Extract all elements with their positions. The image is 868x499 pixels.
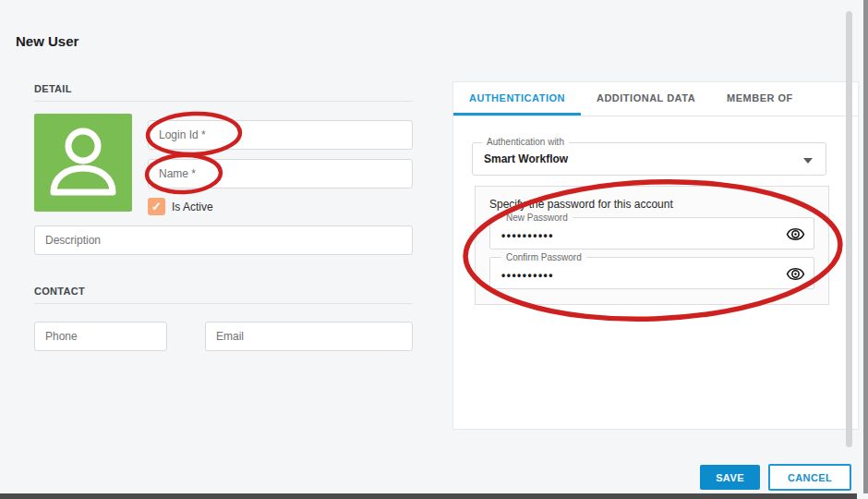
authentication-panel: AUTHENTICATION ADDITIONAL DATA MEMBER OF… [452, 81, 859, 430]
show-password-icon[interactable] [786, 264, 805, 284]
person-icon [34, 112, 132, 213]
contact-section-label: CONTACT [34, 286, 85, 297]
show-password-icon[interactable] [786, 225, 805, 244]
new-user-dialog: New User DETAIL ✓ Is Active CONTACT AUTH… [0, 0, 868, 499]
scrollbar[interactable] [846, 11, 852, 447]
tab-bar: AUTHENTICATION ADDITIONAL DATA MEMBER OF [453, 82, 858, 116]
confirm-password-field: Confirm Password [489, 257, 814, 289]
password-panel-heading: Specify the password for this account [489, 198, 673, 211]
name-input[interactable] [148, 159, 413, 189]
authentication-with-value: Smart Workflow [484, 143, 568, 175]
authentication-with-select[interactable]: Authentication with Smart Workflow [472, 142, 826, 176]
detail-section-label: DETAIL [34, 83, 72, 94]
email-input[interactable] [205, 322, 413, 351]
is-active-checkbox[interactable]: ✓ [148, 198, 165, 215]
window-edge-bottom [0, 493, 857, 499]
cancel-button[interactable]: CANCEL [768, 464, 851, 491]
tab-authentication[interactable]: AUTHENTICATION [453, 82, 581, 116]
window-edge-right [863, 0, 868, 493]
password-panel: Specify the password for this account Ne… [475, 186, 829, 305]
phone-input[interactable] [34, 322, 167, 351]
detail-divider [34, 101, 413, 102]
save-button[interactable]: SAVE [700, 465, 760, 490]
login-id-input[interactable] [148, 120, 413, 150]
chevron-down-icon [803, 158, 813, 164]
avatar[interactable] [34, 114, 132, 212]
contact-divider [34, 303, 413, 304]
is-active-label: Is Active [172, 201, 213, 213]
new-password-field: New Password [489, 217, 814, 250]
tab-additional-data[interactable]: ADDITIONAL DATA [581, 82, 711, 116]
check-icon: ✓ [151, 200, 162, 213]
description-input[interactable] [34, 225, 413, 255]
confirm-password-input[interactable] [490, 258, 814, 288]
tab-member-of[interactable]: MEMBER OF [711, 82, 809, 116]
page-title: New User [16, 33, 78, 49]
new-password-input[interactable] [490, 218, 814, 249]
